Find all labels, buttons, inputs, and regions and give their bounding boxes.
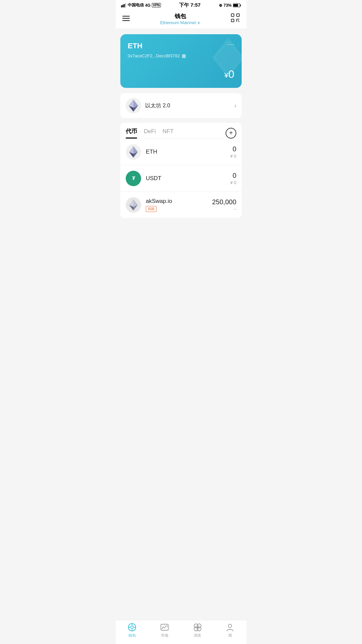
tab-tokens[interactable]: 代币 xyxy=(126,127,137,139)
battery-icon xyxy=(233,3,241,7)
usdt-token-fiat: ¥ 0 xyxy=(230,180,236,185)
signal-icon xyxy=(121,3,126,7)
svg-rect-2 xyxy=(124,4,125,7)
vpn-label: VPN xyxy=(152,3,161,7)
svg-rect-12 xyxy=(231,19,234,22)
ak-token-fiat: ~ xyxy=(212,207,236,212)
network-name-label: 以太坊 2.0 xyxy=(145,102,170,109)
wallet-balance: ¥0 xyxy=(224,68,234,80)
network-chevron-icon: › xyxy=(234,102,236,109)
page-title: 钱包 xyxy=(130,12,231,20)
ak-token-amount: 250,000 xyxy=(212,198,236,206)
usdt-token-icon: ₮ xyxy=(126,171,141,186)
eth-network-icon xyxy=(126,98,141,113)
svg-rect-9 xyxy=(122,20,130,21)
usdt-token-info: USDT xyxy=(146,175,226,182)
status-bar: 中国电信 4G VPN 下午 7:57 ⊕ 73% xyxy=(116,0,246,10)
ak-token-name: akSwap.io xyxy=(146,198,207,205)
wallet-card: ETH 0x7aceC2F2...DeccBf3782 ▦ ··· ¥0 xyxy=(120,34,242,88)
ak-token-balance: 250,000 ~ xyxy=(212,198,236,212)
svg-rect-11 xyxy=(237,14,239,16)
network-section[interactable]: 以太坊 2.0 › xyxy=(120,93,242,118)
token-item-usdt[interactable]: ₮ USDT 0 ¥ 0 xyxy=(120,165,242,192)
eth-token-fiat: ¥ 0 xyxy=(230,154,236,159)
network-selector[interactable]: Ethereum Mainnet ∨ xyxy=(130,20,231,25)
eth-token-name: ETH xyxy=(146,149,226,155)
token-item-eth[interactable]: ETH 0 ¥ 0 xyxy=(120,139,242,165)
tab-defi[interactable]: DeFi xyxy=(144,128,156,138)
wallet-menu-button[interactable]: ··· xyxy=(227,40,235,48)
svg-rect-1 xyxy=(122,5,123,7)
eth-token-amount: 0 xyxy=(230,145,236,153)
network-label: 4G xyxy=(145,3,150,8)
svg-rect-3 xyxy=(125,3,126,7)
svg-line-15 xyxy=(238,20,239,22)
ak-token-icon xyxy=(126,197,141,213)
svg-rect-0 xyxy=(121,5,122,7)
risk-badge: 风险 xyxy=(146,206,157,212)
svg-text:₮: ₮ xyxy=(132,176,135,181)
status-left: 中国电信 4G VPN xyxy=(121,2,161,8)
usdt-token-amount: 0 xyxy=(230,172,236,179)
location-icon: ⊕ xyxy=(219,3,222,8)
nav-bar: 钱包 Ethereum Mainnet ∨ xyxy=(116,10,246,29)
add-token-button[interactable]: + xyxy=(226,128,236,139)
status-right: ⊕ 73% xyxy=(219,3,241,8)
svg-rect-7 xyxy=(122,16,130,17)
usdt-token-balance: 0 ¥ 0 xyxy=(230,172,236,185)
tabs-section: 代币 DeFi NFT + xyxy=(120,123,242,139)
status-time: 下午 7:57 xyxy=(179,2,200,8)
battery-label: 73% xyxy=(224,3,232,8)
menu-button[interactable] xyxy=(122,15,130,23)
tab-nft[interactable]: NFT xyxy=(163,128,174,138)
tabs-header: 代币 DeFi NFT + xyxy=(126,123,236,139)
token-item-akswap[interactable]: akSwap.io 风险 250,000 ~ xyxy=(120,192,242,218)
usdt-token-name: USDT xyxy=(146,175,226,182)
svg-rect-10 xyxy=(231,14,234,16)
qr-icon[interactable]: ▦ xyxy=(182,53,186,58)
svg-rect-8 xyxy=(122,18,130,19)
svg-rect-6 xyxy=(233,4,238,7)
token-list: ETH 0 ¥ 0 ₮ USDT 0 ¥ 0 xyxy=(120,139,242,218)
eth-token-info: ETH xyxy=(146,149,226,155)
ak-token-info: akSwap.io 风险 xyxy=(146,198,207,212)
eth-token-icon xyxy=(126,144,141,160)
eth-token-balance: 0 ¥ 0 xyxy=(230,145,236,159)
scan-button[interactable] xyxy=(231,13,240,24)
carrier-label: 中国电信 xyxy=(128,2,144,8)
svg-rect-5 xyxy=(240,4,241,6)
nav-title: 钱包 Ethereum Mainnet ∨ xyxy=(130,12,231,25)
chevron-down-icon: ∨ xyxy=(197,20,200,25)
